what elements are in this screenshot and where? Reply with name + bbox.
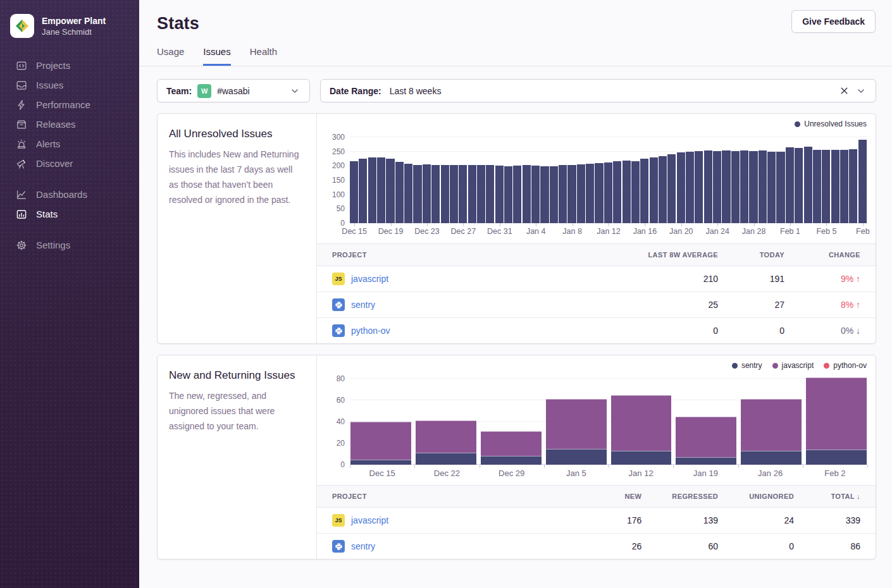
chart-bar[interactable]: [368, 157, 376, 223]
x-axis-tick-label: Jan 12: [629, 469, 654, 478]
chart-bar[interactable]: [567, 165, 576, 223]
chart-bar[interactable]: [459, 165, 467, 223]
chart-bar[interactable]: [776, 152, 784, 223]
chart-bar[interactable]: [759, 150, 767, 223]
chart-bar[interactable]: [704, 150, 712, 223]
chart-bar[interactable]: [822, 150, 830, 224]
chart-bar-dec-29[interactable]: [481, 431, 542, 465]
chart-bar[interactable]: [713, 151, 721, 223]
tab-health[interactable]: Health: [250, 46, 277, 66]
chart-bar[interactable]: [667, 154, 676, 223]
settings-icon: [15, 239, 27, 251]
legend-item-python-ov[interactable]: python-ov: [824, 361, 867, 370]
chart-bar[interactable]: [531, 166, 540, 223]
chart-bar[interactable]: [767, 152, 776, 223]
chart-bar[interactable]: [441, 165, 449, 223]
sidebar-item-discover[interactable]: Discover: [0, 154, 139, 173]
chart-bar[interactable]: [468, 165, 476, 223]
chart-bar[interactable]: [731, 151, 740, 223]
chart-bar[interactable]: [749, 151, 757, 223]
chart-bar[interactable]: [858, 140, 867, 223]
team-select[interactable]: Team: W #wasabi: [157, 79, 310, 102]
chart-bar[interactable]: [377, 157, 385, 223]
project-link[interactable]: javascript: [351, 515, 388, 525]
chart-bar[interactable]: [840, 150, 848, 223]
legend-item-unresolved-issues[interactable]: Unresolved Issues: [795, 119, 867, 128]
chart-bar[interactable]: [523, 165, 531, 223]
project-link[interactable]: python-ov: [351, 326, 390, 336]
sidebar-item-dashboards[interactable]: Dashboards: [0, 185, 139, 204]
chart-bar[interactable]: [577, 164, 585, 223]
chart-bar[interactable]: [804, 147, 812, 223]
chart-bar-jan-19[interactable]: [676, 417, 736, 465]
chart-bar[interactable]: [631, 161, 640, 223]
column-header-total[interactable]: TOTAL↓: [809, 486, 876, 508]
chart-bar[interactable]: [640, 159, 648, 223]
legend-item-javascript[interactable]: javascript: [772, 361, 814, 370]
tab-usage[interactable]: Usage: [157, 46, 184, 66]
sidebar-item-releases[interactable]: Releases: [0, 114, 139, 134]
date-range-select[interactable]: Date Range: Last 8 weeks: [320, 79, 876, 102]
tab-issues[interactable]: Issues: [203, 46, 230, 66]
project-link[interactable]: javascript: [351, 274, 388, 284]
chart-bar[interactable]: [659, 156, 667, 223]
chart-bar[interactable]: [831, 150, 839, 224]
chart-bar[interactable]: [359, 159, 367, 223]
chart-bar-jan-12[interactable]: [611, 395, 672, 465]
x-axis-tick-label: Feb 2: [824, 469, 845, 478]
chart-bar[interactable]: [650, 157, 658, 223]
chart-bar[interactable]: [513, 166, 521, 223]
org-switcher[interactable]: Empower Plant Jane Schmidt: [0, 11, 139, 43]
chart-bar[interactable]: [423, 164, 431, 223]
chart-bar[interactable]: [550, 166, 558, 223]
legend-item-sentry[interactable]: sentry: [732, 361, 762, 370]
chart-bar[interactable]: [786, 147, 794, 223]
chart-bar[interactable]: [477, 165, 485, 223]
chart-bar[interactable]: [559, 165, 567, 223]
chart-bar[interactable]: [686, 152, 694, 223]
chart-bar[interactable]: [486, 165, 494, 223]
chart-bar[interactable]: [695, 151, 703, 223]
chart-bar[interactable]: [413, 165, 421, 223]
chart-bar[interactable]: [604, 162, 612, 223]
sidebar-item-stats[interactable]: Stats: [0, 204, 139, 224]
chart-bar[interactable]: [540, 166, 548, 223]
chart-bar[interactable]: [504, 166, 512, 223]
chart-bar[interactable]: [350, 161, 358, 223]
chart-bar-dec-15[interactable]: [350, 422, 411, 465]
project-link[interactable]: sentry: [351, 541, 375, 551]
sidebar-item-projects[interactable]: Projects: [0, 56, 139, 75]
chart-bar[interactable]: [740, 150, 748, 223]
give-feedback-button[interactable]: Give Feedback: [791, 10, 876, 33]
chart-bar[interactable]: [431, 165, 440, 223]
chart-bar[interactable]: [623, 161, 631, 223]
javascript-platform-icon: JS: [332, 273, 345, 285]
chart-bar[interactable]: [450, 165, 458, 223]
project-link[interactable]: sentry: [351, 300, 375, 310]
chart-bar-feb-2[interactable]: [806, 377, 867, 465]
sidebar-item-label: Releases: [36, 119, 76, 130]
chart-bar-jan-5[interactable]: [546, 399, 607, 465]
chart-bar[interactable]: [404, 164, 412, 223]
filter-bar: Team: W #wasabi Date Range: Last 8 weeks: [157, 79, 876, 102]
sidebar-item-settings[interactable]: Settings: [0, 235, 139, 255]
sidebar-item-alerts[interactable]: Alerts: [0, 134, 139, 154]
chart-bar[interactable]: [386, 159, 394, 223]
chart-bar[interactable]: [813, 150, 821, 223]
chart-bar[interactable]: [586, 164, 594, 223]
chart-bar-jan-26[interactable]: [741, 399, 802, 465]
value-cell: 176: [587, 508, 657, 534]
sidebar-item-performance[interactable]: Performance: [0, 95, 139, 114]
chart-bar[interactable]: [677, 152, 685, 223]
chart-bar[interactable]: [495, 166, 504, 223]
chart-bar[interactable]: [613, 161, 621, 223]
clear-icon[interactable]: [838, 85, 850, 97]
chart-bar[interactable]: [722, 150, 730, 223]
chart-bar[interactable]: [595, 163, 603, 223]
sidebar-item-issues[interactable]: Issues: [0, 75, 139, 95]
chart-bar-dec-22[interactable]: [416, 420, 476, 465]
chart-bar[interactable]: [395, 162, 404, 223]
chart-plot-area: 020406080: [350, 379, 867, 465]
chart-bar[interactable]: [795, 148, 803, 223]
chart-bar[interactable]: [849, 149, 857, 223]
